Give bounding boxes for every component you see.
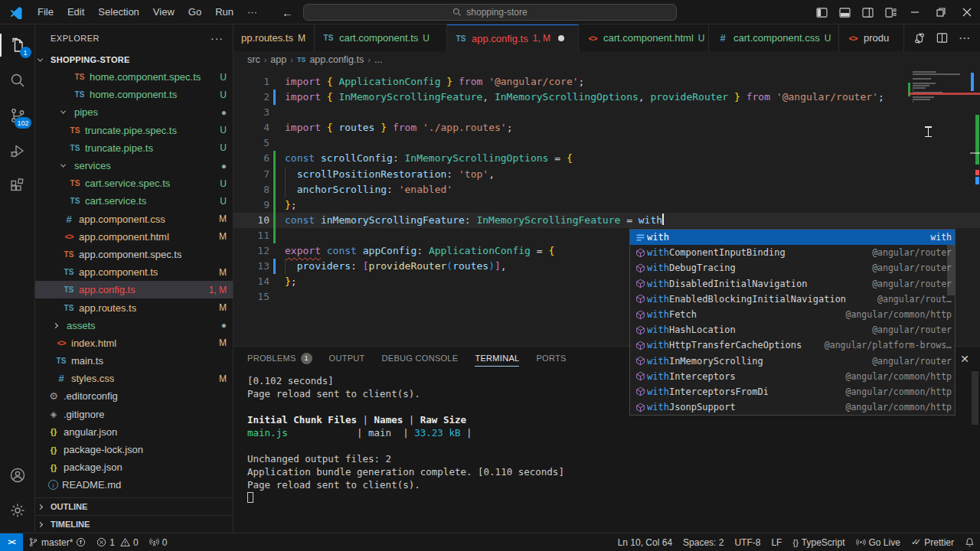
- command-center-search[interactable]: shopping-store: [303, 4, 677, 21]
- activity-explorer-button[interactable]: 1: [0, 28, 35, 63]
- tree-item--gitignore[interactable]: ◈.gitignore: [35, 406, 233, 423]
- code-line-2[interactable]: 2import { InMemoryScrollingFeature, InMe…: [234, 90, 980, 105]
- panel-scrollbar[interactable]: [972, 371, 978, 425]
- tree-item-package-lock-json[interactable]: {}package-lock.json: [35, 441, 233, 458]
- split-editor-icon[interactable]: [936, 32, 948, 44]
- open-changes-icon[interactable]: [913, 32, 926, 44]
- suggest-item-withJsonpSupport[interactable]: withJsonpSupport@angular/common/http: [630, 399, 955, 415]
- code-line-6[interactable]: 6const scrollConfig: InMemoryScrollingOp…: [234, 151, 980, 166]
- tree-item-styles-css[interactable]: #styles.cssM: [35, 370, 233, 387]
- breadcrumb-symbol[interactable]: ...: [374, 54, 382, 65]
- customize-layout-icon[interactable]: [879, 0, 902, 24]
- tree-item-assets[interactable]: assets●: [35, 317, 233, 334]
- panel-tab-debug-console[interactable]: DEBUG CONSOLE: [382, 347, 459, 370]
- panel-tab-output[interactable]: OUTPUT: [329, 347, 365, 370]
- panel-close-icon[interactable]: ✕: [960, 353, 969, 365]
- menu-item-file[interactable]: File: [31, 4, 60, 20]
- tree-item-app-component-spec-ts[interactable]: TSapp.component.spec.ts: [35, 246, 233, 263]
- suggest-item-withInterceptorsFromDi[interactable]: withInterceptorsFromDi@angular/common/ht…: [630, 384, 955, 399]
- menu-more-button[interactable]: ···: [240, 4, 264, 20]
- tree-item-home-component-spec-ts[interactable]: TShome.component.spec.tsU: [35, 68, 233, 86]
- panel-tab-terminal[interactable]: TERMINAL: [475, 347, 519, 370]
- status-utf-8[interactable]: UTF-8: [729, 533, 766, 551]
- breadcrumb-file[interactable]: app.config.ts: [309, 54, 364, 65]
- status-prettier[interactable]: ✓✓Prettier: [906, 533, 959, 551]
- status-spaces-2[interactable]: Spaces: 2: [678, 533, 729, 551]
- tab-pp-routes-ts[interactable]: pp.routes.tsM: [234, 24, 315, 51]
- tree-item-cart-service-spec-ts[interactable]: TScart.service.spec.tsU: [35, 174, 233, 192]
- tree-item-home-component-ts[interactable]: TShome.component.tsU: [35, 86, 233, 103]
- menu-item-go[interactable]: Go: [181, 4, 208, 20]
- suggest-item-withInterceptors[interactable]: withInterceptors@angular/common/http: [630, 369, 955, 384]
- tree-item-app-routes-ts[interactable]: TSapp.routes.tsM: [35, 298, 233, 316]
- editor-more-actions-icon[interactable]: ⋯: [959, 31, 971, 45]
- tree-item-truncate-pipe-spec-ts[interactable]: TStruncate.pipe.spec.tsU: [35, 122, 233, 139]
- code-line-8[interactable]: 8 anchorScrolling: 'enabled': [234, 182, 980, 197]
- project-root-row[interactable]: SHOPPING-STORE: [35, 51, 233, 68]
- tree-item-pipes[interactable]: pipes●: [35, 103, 233, 121]
- activity-search-button[interactable]: [0, 63, 35, 98]
- problems-status[interactable]: 1 0: [91, 533, 143, 551]
- code-line-9[interactable]: 9};: [234, 197, 980, 213]
- activity-run-debug-button[interactable]: [0, 133, 35, 168]
- toggle-panel-icon[interactable]: [833, 0, 856, 24]
- branch-status[interactable]: master*: [23, 533, 91, 551]
- remote-indicator[interactable]: ><: [0, 533, 23, 551]
- activity-extensions-button[interactable]: [0, 168, 35, 204]
- tree-item--editorconfig[interactable]: ⚙.editorconfig: [35, 387, 233, 405]
- menu-item-view[interactable]: View: [146, 4, 181, 20]
- minimap[interactable]: [908, 71, 969, 106]
- unsaved-dot-icon[interactable]: [558, 35, 564, 41]
- tab-produ[interactable]: <>produ: [839, 24, 904, 51]
- suggest-item-withHttpTransferCacheOptions[interactable]: withHttpTransferCacheOptions@angular/pla…: [630, 337, 955, 353]
- suggest-item-with[interactable]: withwith: [630, 230, 955, 245]
- settings-button[interactable]: [0, 493, 35, 528]
- suggest-item-withComponentInputBinding[interactable]: withComponentInputBinding@angular/router: [630, 245, 955, 260]
- maximize-button[interactable]: [928, 0, 954, 24]
- tab-app-config-ts[interactable]: TSapp.config.ts1, M: [447, 24, 579, 51]
- status-typescript[interactable]: {}TypeScript: [787, 533, 850, 551]
- tree-item-angular-json[interactable]: {}angular.json: [35, 423, 233, 441]
- tree-item-truncate-pipe-ts[interactable]: TStruncate.pipe.tsU: [35, 139, 233, 157]
- code-line-7[interactable]: 7 scrollPositionRestoration: 'top',: [234, 167, 980, 182]
- tab-cart-component-css[interactable]: #cart.component.cssU: [709, 24, 839, 51]
- tree-item-package-json[interactable]: {}package.json: [35, 458, 233, 476]
- explorer-more-button[interactable]: ···: [211, 32, 224, 44]
- tree-item-app-component-ts[interactable]: TSapp.component.tsM: [35, 263, 233, 281]
- code-line-3[interactable]: 3: [234, 105, 980, 120]
- status-lf[interactable]: LF: [766, 533, 787, 551]
- toggle-secondary-sidebar-icon[interactable]: [856, 0, 879, 24]
- panel-tab-problems[interactable]: PROBLEMS1: [247, 347, 312, 370]
- suggest-item-withDebugTracing[interactable]: withDebugTracing@angular/router: [630, 260, 955, 276]
- menu-item-edit[interactable]: Edit: [60, 4, 91, 20]
- code-line-4[interactable]: 4import { routes } from './app.routes';: [234, 120, 980, 135]
- ports-status[interactable]: 0: [144, 533, 173, 551]
- tree-item-README-md[interactable]: iREADME.md: [35, 476, 233, 494]
- breadcrumb-src[interactable]: src: [247, 54, 260, 65]
- suggest-item-withFetch[interactable]: withFetch@angular/common/http: [630, 307, 955, 322]
- status-go-live[interactable]: Go Live: [851, 533, 906, 551]
- timeline-section[interactable]: TIMELINE: [35, 515, 233, 533]
- close-window-button[interactable]: [954, 0, 980, 24]
- status-ln-10-col-64[interactable]: Ln 10, Col 64: [612, 533, 678, 551]
- outline-section[interactable]: OUTLINE: [35, 497, 233, 515]
- tree-item-app-config-ts[interactable]: TSapp.config.ts1, M: [35, 281, 233, 298]
- menu-item-run[interactable]: Run: [208, 4, 240, 20]
- tab-cart-component-html[interactable]: <>cart.component.htmlU: [579, 24, 709, 51]
- suggest-item-withEnabledBlockingInitialNavigation[interactable]: withEnabledBlockingInitialNavigation@ang…: [630, 292, 955, 307]
- tree-item-main-ts[interactable]: TSmain.ts: [35, 352, 233, 370]
- tree-item-services[interactable]: services●: [35, 157, 233, 174]
- panel-tab-ports[interactable]: PORTS: [536, 347, 566, 370]
- activity-source-control-button[interactable]: 102: [0, 98, 35, 133]
- menu-item-selection[interactable]: Selection: [91, 4, 145, 20]
- toggle-sidebar-icon[interactable]: [810, 0, 833, 24]
- breadcrumb-app[interactable]: app: [270, 54, 286, 65]
- status-bell[interactable]: [959, 533, 980, 551]
- minimize-button[interactable]: [902, 0, 928, 24]
- tree-item-app-component-css[interactable]: #app.component.cssM: [35, 210, 233, 228]
- suggest-item-withHashLocation[interactable]: withHashLocation@angular/router: [630, 322, 955, 337]
- tree-item-index-html[interactable]: <>index.htmlM: [35, 334, 233, 352]
- code-line-5[interactable]: 5: [234, 135, 980, 151]
- code-line-1[interactable]: 1import { ApplicationConfig } from '@ang…: [234, 74, 980, 90]
- history-back-button[interactable]: ←: [282, 6, 293, 19]
